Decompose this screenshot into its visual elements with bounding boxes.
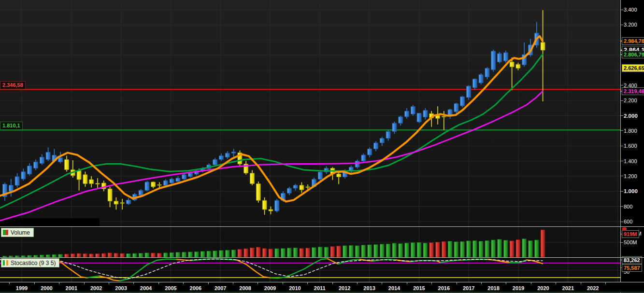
- candle-body: [467, 86, 471, 98]
- volume-bar: [392, 243, 397, 257]
- candle-body: [380, 139, 384, 143]
- candle-body: [231, 152, 236, 153]
- x-axis-year-label: 2019: [513, 285, 524, 291]
- volume-bar: [503, 240, 508, 257]
- price-tick-label: 800: [624, 203, 632, 210]
- ma-slow-value: 2.319,48: [622, 87, 644, 95]
- volume-bar: [399, 243, 403, 257]
- volume-bar: [361, 245, 366, 257]
- volume-bar: [429, 243, 434, 257]
- x-axis-tick: [84, 282, 85, 284]
- volume-bar: [238, 249, 242, 257]
- volume-bar: [71, 254, 75, 257]
- price-axis-tick: [621, 161, 623, 161]
- candle-body: [108, 189, 112, 201]
- volume-bar: [145, 253, 149, 257]
- volume-bar: [176, 252, 180, 257]
- volume-bar: [182, 252, 186, 257]
- x-axis-tick: [34, 282, 35, 284]
- plot-background: [0, 0, 620, 282]
- x-axis-tick: [283, 282, 283, 284]
- x-axis-year-label: 2016: [438, 285, 450, 291]
- price-axis-tick: [621, 130, 623, 131]
- volume-current-value: 919M: [622, 230, 639, 238]
- stochastic-legend-label: Stocastico (9 3 5): [11, 260, 56, 266]
- chart-canvas[interactable]: [0, 0, 620, 282]
- candle-body: [293, 185, 298, 188]
- candle-body: [250, 173, 255, 184]
- volume-bar: [529, 240, 533, 257]
- stochastic-icon: [3, 260, 8, 265]
- candle-body: [182, 175, 186, 179]
- volume-bar: [479, 241, 483, 257]
- candle-body: [213, 159, 217, 165]
- volume-bar: [127, 253, 131, 257]
- price-axis-tick: [621, 100, 623, 101]
- x-axis-year-label: 2000: [41, 285, 52, 291]
- x-axis-tick: [605, 282, 606, 284]
- volume-bar: [522, 239, 527, 257]
- volume-bar: [287, 248, 291, 257]
- stochastic-legend[interactable]: Stocastico (9 3 5): [1, 258, 59, 267]
- candle-body: [34, 162, 38, 168]
- candle-body: [127, 200, 131, 204]
- volume-bar: [65, 254, 69, 257]
- volume-bar: [318, 247, 322, 257]
- volume-bar: [194, 251, 199, 257]
- volume-bar: [405, 243, 409, 257]
- ma-fast-value: 2.984,78: [622, 37, 644, 45]
- volume-bar: [324, 247, 329, 257]
- volume-stochastic-splitter[interactable]: [0, 257, 644, 258]
- volume-bar: [472, 240, 477, 257]
- volume-bar: [330, 247, 335, 257]
- x-axis-year-label: 2001: [66, 285, 77, 291]
- volume-bar: [139, 253, 143, 257]
- volume-tick-label: 500M: [624, 239, 637, 246]
- x-axis-year-label: 2014: [388, 285, 400, 291]
- price-axis-tick: [621, 85, 623, 85]
- x-axis-tick: [481, 282, 482, 284]
- x-axis-tick: [208, 282, 209, 284]
- volume-bar: [442, 241, 446, 257]
- volume-bar: [306, 248, 310, 257]
- x-axis-tick: [581, 282, 581, 284]
- volume-bar: [337, 246, 341, 257]
- candle-body: [405, 111, 409, 117]
- candle-body: [423, 111, 428, 117]
- candle-body: [40, 157, 44, 163]
- x-axis-year-label: 2022: [587, 285, 599, 291]
- x-axis-tick: [506, 282, 506, 284]
- x-axis-tick: [531, 282, 531, 284]
- volume-bar: [207, 251, 211, 257]
- time-axis[interactable]: 1999200020012002200320042005200620072008…: [0, 282, 644, 292]
- volume-bar: [374, 244, 378, 257]
- volume-bar: [436, 242, 440, 257]
- candle-body: [361, 155, 366, 161]
- volume-bar: [96, 254, 100, 257]
- volume-bar: [219, 251, 224, 257]
- volume-legend[interactable]: Volume: [1, 228, 34, 237]
- volume-bar: [89, 254, 94, 257]
- candle-body: [151, 182, 156, 187]
- candle-body: [368, 149, 372, 155]
- x-axis-year-label: 2002: [90, 285, 102, 291]
- price-axis-tick: [621, 222, 623, 222]
- volume-bar: [454, 242, 458, 257]
- candle-body: [15, 177, 19, 185]
- candle-body: [83, 175, 87, 184]
- price-volume-splitter[interactable]: [0, 226, 644, 227]
- volume-bar: [510, 241, 514, 257]
- price-tick-label: 1.400: [624, 158, 637, 165]
- x-axis-year-label: 2017: [463, 285, 474, 291]
- volume-icon: [3, 230, 8, 235]
- price-axis[interactable]: 3.4003.2002.4002.2002.0001.8001.6001.400…: [620, 0, 644, 293]
- volume-bar: [244, 249, 248, 257]
- candle-body: [28, 166, 32, 174]
- candle-body: [355, 161, 359, 167]
- candle-body: [472, 79, 477, 88]
- candle-body: [510, 62, 514, 67]
- candle-body: [219, 156, 224, 160]
- candle-body: [157, 185, 162, 185]
- volume-bar: [411, 243, 415, 257]
- x-axis-tick: [133, 282, 134, 284]
